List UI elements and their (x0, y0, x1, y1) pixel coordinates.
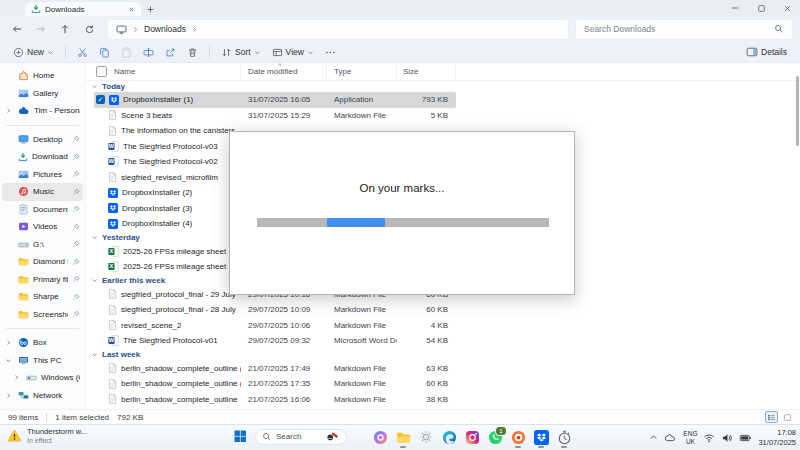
maximize-button[interactable] (748, 0, 774, 16)
sidebar-item-windows-c[interactable]: Windows (C:) (2, 369, 83, 387)
md-icon (108, 289, 117, 299)
file-row[interactable]: siegfried_protocol_final - 28 July29/07/… (94, 302, 456, 318)
taskbar-edge-button[interactable] (441, 429, 457, 445)
file-row[interactable]: berlin_shadow_complete_outline (2)21/07/… (94, 361, 456, 377)
up-button[interactable] (53, 19, 77, 39)
sidebar-item-this-pc[interactable]: This PC (2, 352, 83, 370)
expander-icon[interactable] (5, 357, 12, 364)
onedrive-tray-icon[interactable] (664, 431, 677, 444)
cut-button[interactable] (72, 44, 93, 60)
file-row[interactable]: berlin_shadow_complete_outline (1)21/07/… (94, 376, 456, 392)
thumbnails-view-button[interactable] (781, 411, 794, 423)
tab-downloads[interactable]: Downloads (25, 2, 141, 16)
refresh-button[interactable] (77, 19, 101, 39)
column-header-date-modified[interactable]: Date modified (241, 63, 327, 80)
sidebar-item-screenshots[interactable]: Screenshots (2, 306, 83, 324)
breadcrumb[interactable]: Downloads (107, 19, 569, 40)
minimize-button[interactable] (722, 0, 748, 16)
sidebar-item-network[interactable]: Network (2, 387, 83, 405)
breadcrumb-location[interactable]: Downloads (144, 24, 186, 34)
sidebar-item-sharpe[interactable]: Sharpe (2, 288, 83, 306)
taskbar-stopwatch-button[interactable] (556, 429, 572, 445)
file-row[interactable]: revised_scene_229/07/2025 10:06Markdown … (94, 318, 456, 334)
sidebar-item-g-drive[interactable]: G:\ (2, 236, 83, 254)
search-input[interactable]: Search Downloads (575, 19, 793, 40)
taskbar-dropbox-button[interactable] (533, 429, 549, 445)
language-indicator[interactable]: ENG UK (683, 430, 697, 445)
view-button[interactable]: View (267, 44, 319, 60)
column-header-size[interactable]: Size (397, 63, 456, 80)
sidebar-item-downloads[interactable]: Downloads (2, 148, 83, 166)
delete-button[interactable] (182, 44, 203, 60)
sidebar-item-documents[interactable]: Documents (2, 201, 83, 219)
copy-button[interactable] (94, 44, 115, 60)
file-date-modified: 29/07/2025 09:32 (241, 336, 327, 345)
sidebar-item-videos[interactable]: Videos (2, 218, 83, 236)
wifi-icon[interactable] (703, 432, 715, 444)
back-button[interactable] (5, 19, 29, 39)
sidebar-item-music[interactable]: Music (2, 183, 83, 201)
taskbar-settings-button[interactable] (418, 429, 434, 445)
sidebar-item-diamond-bo[interactable]: Diamond Bo (2, 253, 83, 271)
clock-time: 17:08 (758, 428, 796, 437)
tray-overflow-chevron-icon[interactable] (649, 433, 658, 442)
group-header[interactable]: Today (86, 80, 800, 92)
taskbar-copilot-button[interactable] (372, 429, 388, 445)
close-button[interactable] (774, 0, 800, 16)
group-header[interactable]: Last week (86, 349, 800, 361)
rename-button[interactable] (138, 44, 159, 60)
dropbox-app-icon (534, 430, 549, 445)
file-row[interactable]: ✓DropboxInstaller (1)31/07/2025 16:05App… (94, 92, 456, 108)
expander-icon[interactable] (5, 107, 12, 114)
share-button[interactable] (160, 44, 181, 60)
details-view-button[interactable] (765, 411, 778, 423)
sort-button[interactable]: Sort (216, 44, 266, 60)
sidebar-item-gallery[interactable]: Gallery (2, 85, 83, 103)
sidebar-item-desktop[interactable]: Desktop (2, 131, 83, 149)
scrollbar-thumb[interactable] (796, 76, 799, 146)
new-tab-button[interactable] (141, 2, 159, 16)
start-button[interactable] (234, 430, 247, 443)
taskbar-search[interactable]: Search (255, 429, 347, 445)
file-row[interactable]: berlin_shadow_complete_outline21/07/2025… (94, 392, 456, 408)
checkbox-checked-icon[interactable]: ✓ (96, 95, 105, 104)
sidebar-item-pictures[interactable]: Pictures (2, 166, 83, 184)
file-row[interactable]: WThe Siegfried Protocol-v0129/07/2025 09… (94, 333, 456, 349)
column-header-name[interactable]: Name (86, 63, 241, 80)
select-all-checkbox[interactable] (96, 66, 107, 77)
taskbar-weather-widget[interactable]: Thunderstorm w... In effect (7, 428, 87, 445)
file-date-modified: 29/07/2025 10:09 (241, 305, 327, 314)
volume-icon[interactable] (721, 432, 733, 444)
chevron-down-icon (254, 49, 261, 56)
column-header-type[interactable]: Type (327, 63, 397, 80)
file-name-cell: WThe Siegfried Protocol-v02 (94, 156, 241, 167)
forward-button[interactable] (29, 19, 53, 39)
vertical-scrollbar[interactable] (796, 73, 799, 407)
expander-icon[interactable] (13, 374, 20, 381)
chevron-down-icon[interactable] (91, 83, 98, 90)
taskbar-browser-button[interactable] (510, 429, 526, 445)
md-icon (108, 110, 117, 120)
sidebar-item-home[interactable]: Home (2, 67, 83, 85)
file-type: Markdown File (327, 305, 397, 314)
file-row[interactable]: Scene 3 beats31/07/2025 15:29Markdown Fi… (94, 108, 456, 124)
sidebar-item-tim-personal[interactable]: Tim - Personal (2, 102, 83, 120)
sidebar-item-primary-files[interactable]: Primary files (2, 271, 83, 289)
taskbar-clock[interactable]: 17:08 31/07/2025 (758, 428, 796, 447)
expander-icon[interactable] (5, 392, 12, 399)
details-pane-button[interactable]: Details (741, 44, 792, 60)
new-button[interactable]: New (8, 44, 59, 60)
battery-icon[interactable] (739, 432, 752, 444)
tab-close-icon[interactable] (128, 6, 135, 13)
taskbar-file-explorer-button[interactable] (395, 429, 411, 445)
file-date-modified: 31/07/2025 15:29 (241, 111, 327, 120)
chevron-down-icon[interactable] (91, 351, 98, 358)
taskbar-whatsapp-button[interactable]: 1 (487, 429, 503, 445)
sidebar-item-box[interactable]: Box (2, 334, 83, 352)
chevron-down-icon[interactable] (91, 277, 98, 284)
expander-icon[interactable] (5, 339, 12, 346)
taskbar-instagram-button[interactable] (464, 429, 480, 445)
chevron-down-icon[interactable] (91, 234, 98, 241)
more-options-button[interactable] (320, 44, 341, 60)
paste-button[interactable] (116, 44, 137, 60)
